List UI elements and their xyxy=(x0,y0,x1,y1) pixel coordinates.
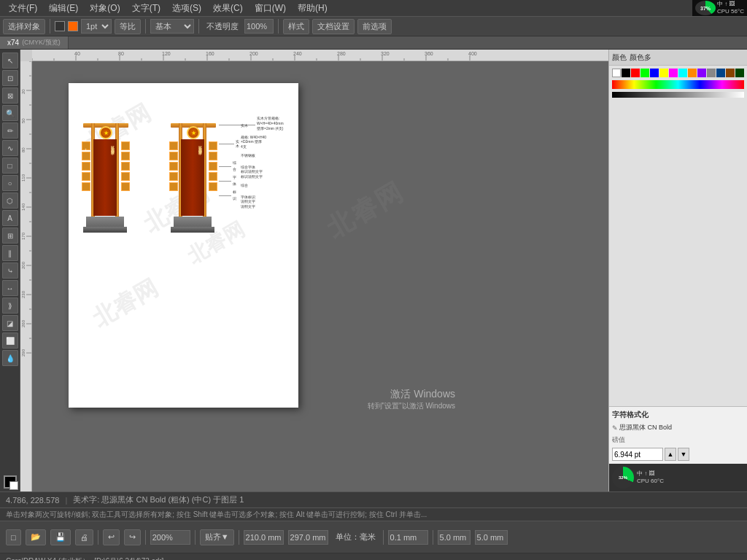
right-mon-panels-left xyxy=(169,141,178,191)
color-panel-header: 颜色 颜色多 xyxy=(609,50,747,66)
node-tool[interactable]: ⊡ xyxy=(2,70,18,86)
connector-tool[interactable]: ⤷ xyxy=(2,262,18,279)
eyedrop-tool[interactable]: 💧 xyxy=(2,350,18,366)
svg-text:80: 80 xyxy=(21,147,26,152)
color-box[interactable] xyxy=(55,21,65,31)
canvas-wrapper: 40 80 120 160 200 240 280 xyxy=(20,50,608,491)
menu-file[interactable]: 文件(F) xyxy=(3,1,43,16)
arrow-tool[interactable]: ↖ xyxy=(2,52,18,69)
r-panel-r5 xyxy=(209,182,217,191)
swatch-black[interactable] xyxy=(622,69,630,77)
watermark-4: 北睿网 xyxy=(320,174,410,246)
svg-text:20: 20 xyxy=(21,89,26,94)
left-mon-base-bottom xyxy=(83,227,127,233)
menu-edit[interactable]: 编辑(E) xyxy=(43,1,84,16)
doc-settings-btn[interactable]: 文档设置 xyxy=(312,19,355,34)
page-height-input[interactable] xyxy=(288,530,328,545)
select-tool-btn[interactable]: 选择对象 xyxy=(3,19,45,34)
swatch-orange[interactable] xyxy=(688,69,697,77)
cpu-widget-bottom: 32% 中 ↑ 🖼 CPU 60°C xyxy=(609,464,747,491)
snap-btn[interactable]: 贴齐▼ xyxy=(200,529,234,545)
font-size-input[interactable] xyxy=(612,448,663,461)
color-gradient-bar[interactable] xyxy=(612,92,744,98)
hint-text: 单击对象两次可旋转/倾斜; 双击工具可选择所有对象; 按住 Shift 键单击可… xyxy=(6,510,427,520)
font-name-row: ✎ 思源黑体 CN Bold xyxy=(612,423,744,432)
swatch-yellow[interactable] xyxy=(659,69,668,77)
table-tool[interactable]: ⊞ xyxy=(2,228,18,244)
color-tab[interactable]: 颜色 xyxy=(612,52,627,63)
increment-input[interactable] xyxy=(388,530,428,545)
swatch-blue[interactable] xyxy=(650,69,659,77)
options-btn[interactable]: 前选项 xyxy=(357,19,392,34)
fill-color-box[interactable] xyxy=(68,21,78,31)
panel-l3 xyxy=(82,162,90,171)
r-panel-l4 xyxy=(169,172,178,181)
font-size-row: ▲ ▼ xyxy=(612,448,744,461)
ruler-horizontal: 40 80 120 160 200 240 280 xyxy=(32,50,608,61)
doc-tab[interactable]: x74 (CMYK/预览) xyxy=(0,36,69,49)
menu-window[interactable]: 窗口(W) xyxy=(249,1,292,16)
measure-tool[interactable]: ↔ xyxy=(2,280,18,296)
ruler-corner xyxy=(20,50,32,61)
open-btn[interactable]: 📂 xyxy=(26,529,46,545)
swatch-green[interactable] xyxy=(640,69,649,77)
right-mon-panels-right xyxy=(209,141,217,191)
toolbar-sep-3 xyxy=(198,19,199,34)
r-panel-r4 xyxy=(209,172,217,181)
right-mon-base xyxy=(174,217,212,227)
color-spectrum[interactable] xyxy=(612,80,744,89)
style-btn[interactable]: 样式 xyxy=(283,19,309,34)
smart-draw-tool[interactable]: ∿ xyxy=(2,140,18,156)
poly-tool[interactable]: ⬡ xyxy=(2,192,18,209)
panel-l5 xyxy=(82,182,90,191)
zoom-tool[interactable]: 🔍 xyxy=(2,105,18,121)
fill-stroke-indicator[interactable] xyxy=(4,475,17,489)
save-btn[interactable]: 💾 xyxy=(50,529,71,545)
svg-text:360: 360 xyxy=(425,51,433,56)
font-select[interactable]: 基本 xyxy=(150,19,194,34)
line-width-select[interactable]: 1pt2pt xyxy=(81,19,112,34)
h-input[interactable] xyxy=(475,530,508,545)
menu-text[interactable]: 文字(T) xyxy=(126,1,166,16)
font-status-label: 美术字: 思源黑体 CN Bold (粗体) (中C) 于图层 1 xyxy=(73,494,244,505)
parallel-tool[interactable]: ∥ xyxy=(2,245,18,261)
print-btn[interactable]: 🖨 xyxy=(75,529,93,545)
bt-sep-6 xyxy=(433,530,433,545)
swatch-red[interactable] xyxy=(631,69,640,77)
swatch-white[interactable] xyxy=(612,69,621,77)
menu-options[interactable]: 选项(S) xyxy=(166,1,207,16)
smart-fill-tool[interactable]: ⬜ xyxy=(2,332,18,349)
menu-effects[interactable]: 效果(C) xyxy=(207,1,249,16)
rect-tool[interactable]: □ xyxy=(2,158,18,174)
panel-l1: 文 xyxy=(82,141,90,150)
color-multi-tab[interactable]: 颜色多 xyxy=(630,52,651,63)
font-size-up[interactable]: ▲ xyxy=(665,448,676,461)
font-size-down[interactable]: ▼ xyxy=(678,448,689,461)
redo-btn[interactable]: ↪ xyxy=(124,529,141,545)
swatch-darkgreen[interactable] xyxy=(735,69,744,77)
svg-text:160: 160 xyxy=(206,51,214,56)
transparency-input[interactable] xyxy=(244,19,274,34)
new-btn[interactable]: □ xyxy=(6,529,21,545)
swatch-gray[interactable] xyxy=(707,69,716,77)
swatch-darkblue[interactable] xyxy=(716,69,725,77)
text-tool[interactable]: A xyxy=(2,210,18,226)
crop-tool[interactable]: ⊠ xyxy=(2,88,18,104)
app-title: CorelDRAW X4 (专业版）- [D:\6月\6.24\4\73.cdr… xyxy=(6,556,163,561)
menu-object[interactable]: 对象(O) xyxy=(84,1,125,16)
undo-btn[interactable]: ↩ xyxy=(103,529,120,545)
swatch-cyan[interactable] xyxy=(678,69,687,77)
swatch-magenta[interactable] xyxy=(669,69,678,77)
ellipse-tool[interactable]: ○ xyxy=(2,175,18,191)
fill-tool[interactable]: ◪ xyxy=(2,315,18,331)
menu-help[interactable]: 帮助(H) xyxy=(292,1,333,16)
swatch-purple[interactable] xyxy=(697,69,706,77)
blend-tool[interactable]: ⟫ xyxy=(2,298,18,314)
freehand-tool[interactable]: ✏ xyxy=(2,122,18,139)
swatch-brown[interactable] xyxy=(726,69,735,77)
zoom-input[interactable] xyxy=(150,530,190,545)
w-input[interactable] xyxy=(438,530,471,545)
page-width-input[interactable] xyxy=(244,530,284,545)
tab-bar: x74 (CMYK/预览) xyxy=(0,36,747,50)
proportion-btn[interactable]: 等比 xyxy=(115,19,141,34)
